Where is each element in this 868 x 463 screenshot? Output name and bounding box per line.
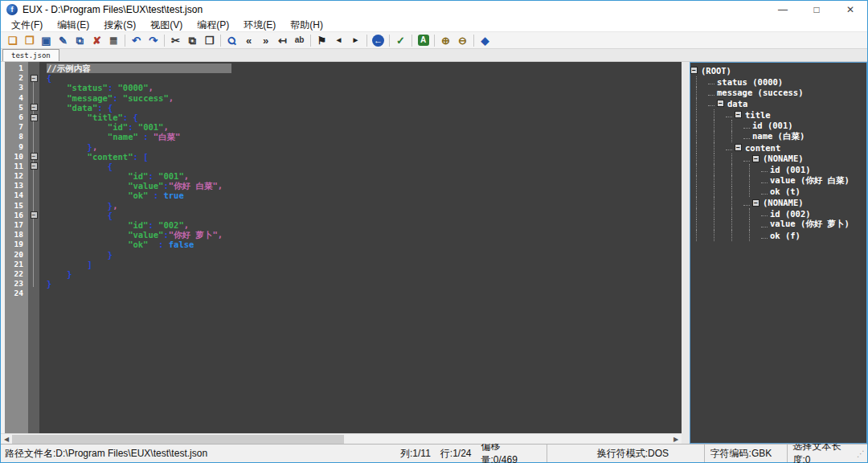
save-all-button[interactable]: ⧉ (72, 33, 88, 48)
tree-row[interactable]: −data (690, 98, 866, 109)
resize-grip[interactable]: ⋰ (857, 449, 867, 458)
fold-cell (28, 269, 39, 279)
line-number: 5 (5, 103, 28, 113)
tree-node-label: title (745, 110, 771, 120)
menu-item-6[interactable]: 帮助(H) (283, 18, 330, 31)
tree-collapse-icon[interactable]: − (690, 67, 698, 74)
fold-collapse-icon[interactable]: − (31, 114, 38, 121)
fold-collapse-icon[interactable]: − (31, 211, 38, 219)
tree-node-label: (NONAME) (763, 154, 804, 163)
zoom-in-button[interactable]: ⊕ (437, 33, 454, 48)
menu-item-3[interactable]: 视图(V) (143, 18, 190, 31)
tree-collapse-icon[interactable]: − (752, 155, 760, 162)
fold-collapse-icon[interactable]: − (31, 153, 38, 160)
tree-row[interactable]: value (你好 萝卜) (690, 219, 866, 231)
scrollbar-thumb[interactable] (12, 435, 344, 444)
tree-indent-guide (696, 142, 708, 154)
horizontal-scrollbar[interactable]: ◀ ▶ (1, 433, 682, 444)
tree-row[interactable]: ok (t) (690, 186, 866, 198)
tree-indent-guide (714, 120, 726, 131)
close-button[interactable]: ✕ (833, 1, 867, 18)
tree-row[interactable]: −content (690, 142, 866, 154)
tree-row[interactable]: ok (f) (690, 230, 866, 241)
copy-button[interactable]: ⧉ (184, 33, 201, 48)
tree-row[interactable]: id (002) (690, 208, 866, 219)
tree-connector (761, 178, 768, 183)
tree-connector (726, 145, 732, 150)
close-file-button[interactable]: ✘ (88, 33, 105, 48)
line-number: 13 (5, 181, 28, 191)
menu-item-1[interactable]: 编辑(E) (50, 18, 96, 31)
json-tree-panel[interactable]: −(ROOT)status (0000)message (success)−da… (690, 62, 867, 444)
tree-indent-guide (696, 208, 708, 219)
tree-row[interactable]: value (你好 白菜) (690, 175, 866, 186)
fold-collapse-icon[interactable]: − (31, 104, 38, 111)
tree-row[interactable]: name (白菜) (690, 131, 866, 142)
tree-collapse-icon[interactable]: − (752, 199, 760, 207)
scroll-left-arrow-icon[interactable]: ◀ (1, 434, 12, 445)
tree-node-label: name (白菜) (752, 131, 805, 142)
menu-item-4[interactable]: 编程(P) (190, 18, 236, 31)
tree-row[interactable]: −(ROOT) (690, 65, 866, 76)
panel-splitter[interactable] (682, 62, 690, 444)
scroll-right-arrow-icon[interactable]: ▶ (670, 434, 682, 445)
line-number: 11 (5, 162, 28, 171)
tree-row[interactable]: status (0000) (690, 76, 866, 88)
save-as-button[interactable]: ✎ (55, 33, 72, 48)
line-number: 7 (5, 122, 28, 132)
tree-collapse-icon[interactable]: − (717, 100, 724, 107)
tree-indent-guide (714, 230, 726, 241)
tree-row[interactable]: id (001) (690, 120, 866, 131)
tree-indent-guide (696, 219, 708, 231)
undo-button[interactable]: ↶ (128, 33, 145, 48)
save-as-icon: ✎ (59, 35, 68, 46)
cut-button[interactable]: ✂ (167, 33, 184, 48)
fold-collapse-icon[interactable]: − (31, 162, 38, 170)
menu-item-2[interactable]: 搜索(S) (96, 18, 143, 31)
tree-collapse-icon[interactable]: − (735, 111, 742, 118)
bookmark-button[interactable]: ⚑ (313, 33, 330, 48)
code-area[interactable]: //示例内容{ "status": "0000", "message": "su… (39, 62, 682, 433)
menu-item-0[interactable]: 文件(F) (4, 18, 50, 31)
minimize-button[interactable]: — (766, 1, 800, 18)
prev-bookmark-button[interactable]: ◄ (330, 33, 347, 48)
line-number: 10 (5, 152, 28, 162)
back-button[interactable]: ← (370, 33, 387, 48)
open-file-button[interactable]: ❐ (21, 33, 38, 48)
scrollbar-track[interactable] (12, 434, 670, 445)
save-button[interactable]: ▣ (38, 33, 55, 48)
tree-row[interactable]: −(NONAME) (690, 154, 866, 165)
tab-test.json[interactable]: test.json (2, 49, 59, 61)
menu-item-5[interactable]: 环境(E) (236, 18, 283, 31)
replace-button[interactable]: ab (291, 33, 308, 48)
maximize-button[interactable]: □ (800, 1, 833, 18)
find-button[interactable]: Ϙ (223, 33, 240, 48)
paste-button[interactable]: ❒ (201, 33, 218, 48)
hex-view-button[interactable]: ≣ (105, 33, 122, 48)
new-file-button[interactable]: ❏ (4, 33, 21, 48)
fold-collapse-icon[interactable]: − (31, 75, 38, 82)
tree-row[interactable]: −title (690, 109, 866, 121)
redo-icon: ↷ (149, 35, 158, 46)
checklist-icon: ✓ (396, 35, 405, 46)
redo-button[interactable]: ↷ (145, 33, 162, 48)
help-button[interactable]: ◆ (477, 33, 493, 48)
code-line: } (39, 269, 682, 279)
line-number: 14 (5, 191, 28, 200)
syntax-color-button[interactable]: A (415, 33, 432, 48)
find-next-button[interactable]: » (257, 33, 274, 48)
fold-cell (28, 132, 39, 141)
tree-row[interactable]: message (success) (690, 87, 866, 98)
goto-line-icon: ↤ (278, 35, 287, 46)
goto-line-button[interactable]: ↤ (274, 33, 291, 48)
tree-row[interactable]: −(NONAME) (690, 197, 866, 208)
tree-collapse-icon[interactable]: − (735, 144, 742, 151)
status-file-path: 路径文件名:D:\Program Files\EUX\test\test.jso… (1, 447, 333, 461)
zoom-out-button[interactable]: ⊖ (454, 33, 471, 48)
tree-row[interactable]: id (001) (690, 164, 866, 175)
next-bookmark-button[interactable]: ► (347, 33, 364, 48)
find-prev-button[interactable]: « (240, 33, 257, 48)
code-editor[interactable]: 123456789101112131415161718192021222324 … (1, 62, 682, 433)
checklist-button[interactable]: ✓ (392, 33, 409, 48)
zoom-in-icon: ⊕ (441, 35, 450, 46)
